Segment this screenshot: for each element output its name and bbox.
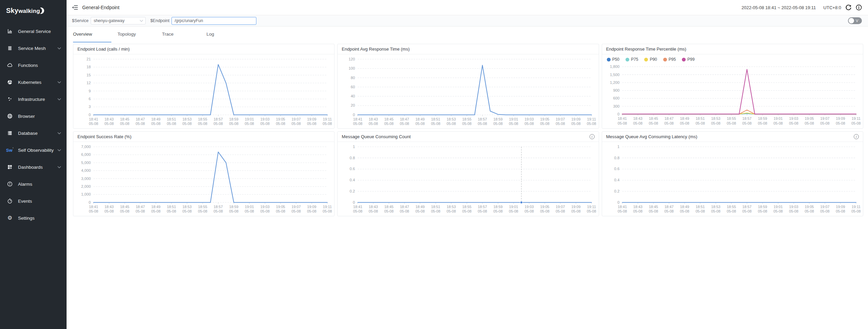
sidebar-item-events[interactable]: Events: [0, 193, 67, 209]
dashboard-tabs: OverviewTopologyTraceLog: [67, 30, 868, 42]
svg-text:19:09: 19:09: [836, 205, 845, 209]
svg-text:05-08: 05-08: [447, 122, 456, 126]
svg-text:18:41: 18:41: [353, 205, 362, 209]
svg-text:18:59: 18:59: [493, 205, 503, 209]
svg-text:0: 0: [617, 112, 619, 116]
dots-icon: [7, 96, 13, 102]
sidebar-item-functions[interactable]: Functions: [0, 57, 67, 74]
sidebar-item-service-mesh[interactable]: Service Mesh: [0, 40, 67, 57]
svg-text:18:45: 18:45: [649, 116, 658, 121]
chart-card-endpoint-avg-response-time-ms: Endpoint Avg Response Time (ms)020406080…: [337, 44, 599, 129]
svg-text:18:57: 18:57: [214, 117, 223, 121]
tab-topology[interactable]: Topology: [117, 30, 162, 42]
sidebar-item-browser[interactable]: Browser: [0, 108, 67, 125]
svg-text:1,200: 1,200: [610, 80, 619, 85]
svg-text:19:09: 19:09: [307, 205, 316, 209]
svg-text:15: 15: [87, 73, 91, 77]
svg-text:18:45: 18:45: [120, 205, 129, 209]
chevron-down-icon: [57, 81, 61, 84]
svg-text:05-08: 05-08: [649, 209, 658, 213]
legend-item-p50[interactable]: P50: [607, 57, 619, 62]
svg-text:18:51: 18:51: [167, 117, 176, 121]
sidebar-item-general-service[interactable]: General Service: [0, 23, 67, 40]
sidebar-item-database[interactable]: Database: [0, 125, 67, 142]
chart-plot-area[interactable]: 01,0002,0003,0004,0005,0006,0007,00018:4…: [73, 142, 334, 216]
sidebar-item-dashboards[interactable]: Dashboards: [0, 159, 67, 176]
sidebar-item-infrastructure[interactable]: Infrastructure: [0, 91, 67, 108]
svg-text:05-08: 05-08: [462, 122, 472, 126]
svg-text:19:09: 19:09: [572, 205, 581, 209]
time-range-picker[interactable]: 2022-05-08 18:41 ~ 2022-05-08 19:11: [741, 5, 816, 10]
header-bar: General-Endpoint 2022-05-08 18:41 ~ 2022…: [67, 0, 868, 15]
svg-text:0.6: 0.6: [350, 167, 355, 171]
svg-text:05-08: 05-08: [323, 209, 332, 213]
service-select[interactable]: shenyu-gateway: [91, 17, 146, 24]
svg-text:19:01: 19:01: [774, 116, 783, 121]
svg-text:18:55: 18:55: [198, 117, 207, 121]
svg-text:05-08: 05-08: [135, 209, 145, 213]
endpoint-input[interactable]: [171, 17, 256, 25]
svg-text:0.6: 0.6: [614, 167, 619, 171]
refresh-icon[interactable]: [845, 4, 852, 11]
sidebar-item-label: General Service: [18, 29, 51, 34]
svg-text:05-08: 05-08: [416, 122, 425, 126]
chart-plot-area[interactable]: 03006009001,2001,5001,80018:4105-0818:43…: [602, 62, 863, 128]
svg-text:19:05: 19:05: [804, 116, 814, 121]
tab-overview[interactable]: Overview: [73, 30, 117, 42]
charts-grid: Endpoint Load (calls / min)0369121518211…: [67, 42, 868, 216]
svg-text:19:05: 19:05: [804, 205, 814, 209]
svg-text:18:53: 18:53: [182, 205, 192, 209]
legend-item-p99[interactable]: P99: [682, 57, 694, 62]
svg-text:05-08: 05-08: [151, 122, 161, 126]
sidebar-item-self-observability[interactable]: SwʿSelf Observability: [0, 142, 67, 159]
chart-info-icon[interactable]: i: [854, 134, 859, 139]
svg-text:05-08: 05-08: [229, 209, 239, 213]
chart-title-bar: Endpoint Avg Response Time (ms): [338, 44, 598, 54]
svg-text:05-08: 05-08: [556, 209, 565, 213]
legend-item-p95[interactable]: P95: [663, 57, 676, 62]
svg-text:05-08: 05-08: [509, 122, 519, 126]
tab-trace[interactable]: Trace: [162, 30, 206, 42]
svg-text:18:55: 18:55: [463, 205, 472, 209]
svg-text:40: 40: [351, 94, 355, 98]
svg-text:05-08: 05-08: [260, 122, 270, 126]
svg-text:2,000: 2,000: [81, 184, 91, 188]
chart-plot-area[interactable]: 00.20.40.60.8118:4105-0818:4305-0818:450…: [602, 142, 863, 216]
chart-info-icon[interactable]: i: [590, 134, 595, 139]
chart-plot-area[interactable]: 02040608010012018:4105-0818:4305-0818:45…: [338, 54, 598, 129]
svg-text:60: 60: [351, 85, 355, 89]
view-toggle[interactable]: V: [848, 17, 862, 24]
legend-item-p90[interactable]: P90: [644, 57, 657, 62]
cloud-icon: [7, 62, 13, 68]
svg-text:19:03: 19:03: [260, 205, 270, 209]
legend-label: P50: [612, 57, 619, 62]
kubernetes-icon: [7, 79, 13, 85]
chart-plot-area[interactable]: 03691215182118:4105-0818:4305-0818:4505-…: [73, 54, 334, 129]
svg-text:19:01: 19:01: [509, 205, 518, 209]
legend-item-p75[interactable]: P75: [626, 57, 638, 62]
svg-text:19:11: 19:11: [851, 205, 860, 209]
chart-title: Endpoint Load (calls / min): [77, 47, 130, 52]
sidebar-item-label: Infrastructure: [18, 97, 45, 102]
tab-log[interactable]: Log: [206, 30, 251, 42]
svg-text:05-08: 05-08: [307, 122, 317, 126]
sidebar-item-kubernetes[interactable]: Kubernetes: [0, 74, 67, 91]
svg-text:18:49: 18:49: [416, 205, 425, 209]
skywalking-logo[interactable]: Skywalking: [0, 0, 67, 19]
sidebar-collapse-icon[interactable]: [71, 4, 79, 11]
svg-text:18:49: 18:49: [680, 205, 689, 209]
info-icon[interactable]: [856, 4, 862, 11]
svg-text:05-08: 05-08: [804, 121, 814, 125]
svg-text:18:55: 18:55: [463, 117, 472, 121]
svg-text:18:55: 18:55: [198, 205, 207, 209]
service-label: $Service: [72, 18, 89, 23]
svg-text:19:09: 19:09: [307, 117, 316, 121]
database-icon: [7, 130, 13, 136]
svg-text:18:57: 18:57: [478, 205, 487, 209]
sidebar-item-label: Service Mesh: [18, 46, 46, 51]
sidebar-item-settings[interactable]: ⚙Settings: [0, 209, 67, 226]
svg-text:05-08: 05-08: [758, 209, 767, 213]
sidebar-item-alarms[interactable]: Alarms: [0, 176, 67, 193]
chart-plot-area[interactable]: 00.20.40.60.8118:4105-0818:4305-0818:450…: [338, 142, 598, 216]
chart-title: Message Queue Consuming Count: [342, 134, 411, 139]
